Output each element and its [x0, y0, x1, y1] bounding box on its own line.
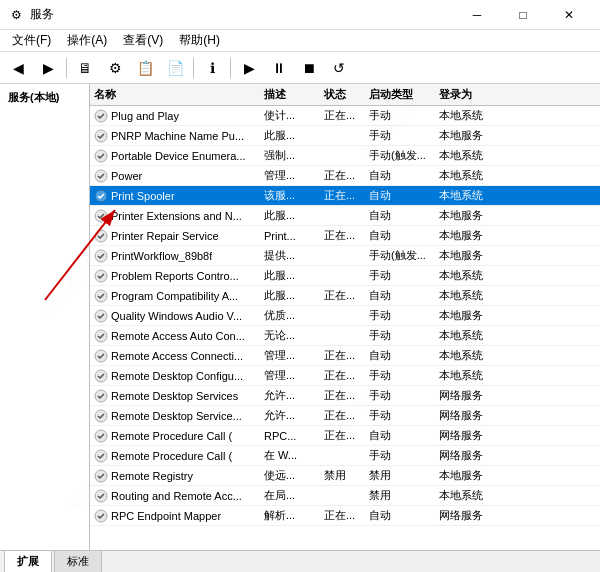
close-button[interactable]: ✕ [546, 0, 592, 30]
minimize-button[interactable]: ─ [454, 0, 500, 30]
service-name-cell: Program Compatibility A... [90, 289, 260, 303]
toolbar-btn-4[interactable]: 📄 [161, 55, 189, 81]
maximize-button[interactable]: □ [500, 0, 546, 30]
menu-item-V[interactable]: 查看(V) [115, 30, 171, 51]
service-icon [94, 429, 108, 443]
service-logon: 网络服务 [435, 448, 515, 463]
service-startup: 手动 [365, 388, 435, 403]
service-name-text: Printer Repair Service [111, 230, 219, 242]
table-header: 名称 描述 状态 启动类型 登录为 [90, 84, 600, 106]
service-desc: 使计... [260, 108, 320, 123]
service-icon [94, 329, 108, 343]
window-title: 服务 [30, 6, 54, 23]
header-logon[interactable]: 登录为 [435, 87, 515, 102]
table-row[interactable]: Plug and Play使计...正在...手动本地系统 [90, 106, 600, 126]
table-row[interactable]: Printer Extensions and N...此服...自动本地服务 [90, 206, 600, 226]
toolbar-btn-2[interactable]: ⚙ [101, 55, 129, 81]
tab-标准[interactable]: 标准 [54, 550, 102, 572]
service-desc: 使远... [260, 468, 320, 483]
play-button[interactable]: ▶ [235, 55, 263, 81]
service-name-cell: Print Spooler [90, 189, 260, 203]
service-icon [94, 389, 108, 403]
header-desc[interactable]: 描述 [260, 87, 320, 102]
service-icon [94, 289, 108, 303]
table-row[interactable]: Problem Reports Contro...此服...手动本地系统 [90, 266, 600, 286]
table-row[interactable]: Quality Windows Audio V...优质...手动本地服务 [90, 306, 600, 326]
stop-button[interactable]: ⏹ [295, 55, 323, 81]
table-row[interactable]: Routing and Remote Acc...在局...禁用本地系统 [90, 486, 600, 506]
table-row[interactable]: Remote Registry使远...禁用禁用本地服务 [90, 466, 600, 486]
service-name-cell: Portable Device Enumera... [90, 149, 260, 163]
table-row[interactable]: Power管理...正在...自动本地系统 [90, 166, 600, 186]
service-name-text: Plug and Play [111, 110, 179, 122]
service-name-text: Remote Procedure Call ( [111, 450, 232, 462]
service-icon [94, 349, 108, 363]
service-status: 正在... [320, 168, 365, 183]
service-logon: 本地系统 [435, 368, 515, 383]
table-row[interactable]: Remote Desktop Configu...管理...正在...手动本地系… [90, 366, 600, 386]
header-status[interactable]: 状态 [320, 87, 365, 102]
service-logon: 本地服务 [435, 228, 515, 243]
table-row[interactable]: Remote Desktop Service...允许...正在...手动网络服… [90, 406, 600, 426]
pause-button[interactable]: ⏸ [265, 55, 293, 81]
service-startup: 自动 [365, 428, 435, 443]
service-startup: 手动 [365, 408, 435, 423]
toolbar-separator-2 [193, 58, 194, 78]
service-desc: 此服... [260, 208, 320, 223]
service-startup: 手动(触发... [365, 148, 435, 163]
service-name-text: RPC Endpoint Mapper [111, 510, 221, 522]
table-row[interactable]: PrintWorkflow_89b8f提供...手动(触发...本地服务 [90, 246, 600, 266]
menu-bar: 文件(F)操作(A)查看(V)帮助(H) [0, 30, 600, 52]
left-panel: 服务(本地) [0, 84, 90, 550]
service-name-cell: Remote Registry [90, 469, 260, 483]
menu-item-A[interactable]: 操作(A) [59, 30, 115, 51]
table-row[interactable]: Remote Procedure Call (在 W...手动网络服务 [90, 446, 600, 466]
table-row[interactable]: Program Compatibility A...此服...正在...自动本地… [90, 286, 600, 306]
forward-button[interactable]: ▶ [34, 55, 62, 81]
service-name-text: Problem Reports Contro... [111, 270, 239, 282]
service-icon [94, 189, 108, 203]
header-name[interactable]: 名称 [90, 87, 260, 102]
service-desc: 允许... [260, 408, 320, 423]
table-row[interactable]: Portable Device Enumera...强制...手动(触发...本… [90, 146, 600, 166]
service-startup: 自动 [365, 508, 435, 523]
tab-扩展[interactable]: 扩展 [4, 550, 52, 572]
table-row[interactable]: Remote Access Auto Con...无论...手动本地系统 [90, 326, 600, 346]
header-startup[interactable]: 启动类型 [365, 87, 435, 102]
toolbar-btn-1[interactable]: 🖥 [71, 55, 99, 81]
table-row[interactable]: PNRP Machine Name Pu...此服...手动本地服务 [90, 126, 600, 146]
title-bar-left: ⚙ 服务 [8, 6, 54, 23]
service-icon [94, 469, 108, 483]
service-logon: 网络服务 [435, 508, 515, 523]
service-logon: 本地系统 [435, 268, 515, 283]
table-row[interactable]: Remote Desktop Services允许...正在...手动网络服务 [90, 386, 600, 406]
service-logon: 本地系统 [435, 188, 515, 203]
table-row[interactable]: Printer Repair ServicePrint...正在...自动本地服… [90, 226, 600, 246]
table-row[interactable]: RPC Endpoint Mapper解析...正在...自动网络服务 [90, 506, 600, 526]
service-startup: 自动 [365, 208, 435, 223]
service-desc: 解析... [260, 508, 320, 523]
toolbar-btn-3[interactable]: 📋 [131, 55, 159, 81]
service-icon [94, 109, 108, 123]
table-row[interactable]: Remote Procedure Call (RPC...正在...自动网络服务 [90, 426, 600, 446]
service-logon: 本地系统 [435, 348, 515, 363]
menu-item-H[interactable]: 帮助(H) [171, 30, 228, 51]
service-logon: 网络服务 [435, 428, 515, 443]
service-name-cell: Power [90, 169, 260, 183]
service-name-cell: Remote Access Connecti... [90, 349, 260, 363]
service-desc: 此服... [260, 268, 320, 283]
restart-button[interactable]: ↺ [325, 55, 353, 81]
service-name-text: Remote Desktop Service... [111, 410, 242, 422]
service-name-cell: Quality Windows Audio V... [90, 309, 260, 323]
menu-item-F[interactable]: 文件(F) [4, 30, 59, 51]
table-row[interactable]: Remote Access Connecti...管理...正在...自动本地系… [90, 346, 600, 366]
service-startup: 手动 [365, 308, 435, 323]
main-content: 服务(本地) 名称 描述 状态 启动类型 登录为 Plug and Play使计… [0, 84, 600, 550]
back-button[interactable]: ◀ [4, 55, 32, 81]
toolbar-info-button[interactable]: ℹ [198, 55, 226, 81]
service-logon: 本地系统 [435, 488, 515, 503]
service-name-text: Power [111, 170, 142, 182]
service-status: 正在... [320, 508, 365, 523]
table-row[interactable]: Print Spooler该服...正在...自动本地系统 [90, 186, 600, 206]
service-status: 正在... [320, 428, 365, 443]
